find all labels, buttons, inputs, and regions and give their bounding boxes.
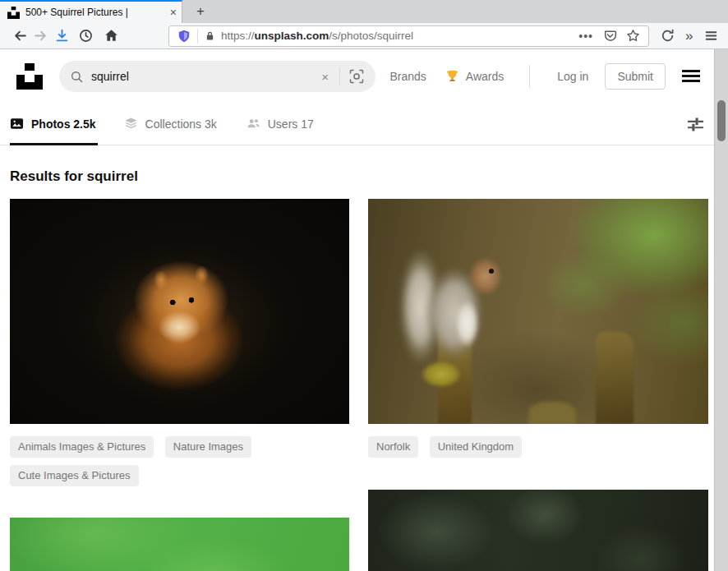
tag-pill[interactable]: United Kingdom <box>430 436 523 458</box>
awards-label: Awards <box>466 70 504 83</box>
nav-awards-link[interactable]: Awards <box>445 69 504 83</box>
home-icon[interactable] <box>104 29 118 44</box>
browser-tab-active[interactable]: 500+ Squirrel Pictures | × <box>0 0 182 23</box>
search-input[interactable] <box>91 70 321 83</box>
tag-pill[interactable]: Norfolk <box>368 436 418 458</box>
urlbar-divider <box>197 29 198 44</box>
wood-post-right-shape <box>596 332 634 424</box>
unsplash-header: × Brands Awards Log in Submit <box>0 49 714 103</box>
search-icon <box>71 71 83 83</box>
url-protocol: https:// <box>221 30 255 42</box>
photo-forest-snout-partial[interactable] <box>368 490 708 571</box>
squirrel-belly-shape <box>455 300 479 348</box>
tab-users-label: Users 17 <box>268 117 314 131</box>
scrollbar[interactable] <box>714 49 728 571</box>
photo-icon <box>10 117 24 131</box>
tag-pill[interactable]: Cute Images & Pictures <box>10 465 139 486</box>
tab-collections[interactable]: Collections 3k <box>124 117 217 131</box>
visual-search-icon[interactable] <box>349 69 364 84</box>
tab-photos-label: Photos 2.5k <box>31 117 96 131</box>
browser-menu-icon[interactable] <box>703 29 718 44</box>
search-divider <box>339 67 340 85</box>
results-heading: Results for squirrel <box>10 168 138 185</box>
moss-knob-shape <box>421 361 462 388</box>
url-path: /s/photos/squirrel <box>329 30 413 42</box>
pocket-icon[interactable] <box>603 29 617 43</box>
toolbar-overflow-icon[interactable]: » <box>685 29 693 44</box>
login-link[interactable]: Log in <box>557 70 588 83</box>
search-bar[interactable]: × <box>59 61 376 92</box>
tab-title: 500+ Squirrel Pictures | <box>25 7 168 18</box>
photo-grey-squirrel-post[interactable] <box>368 199 708 424</box>
photo-green-grass-partial[interactable] <box>10 518 349 571</box>
nav-brands-link[interactable]: Brands <box>389 70 426 83</box>
tracking-shield-icon[interactable] <box>177 30 191 43</box>
results-tab-bar: Photos 2.5k Collections 3k Users 17 <box>0 103 714 145</box>
forward-icon[interactable] <box>33 29 48 44</box>
submit-button[interactable]: Submit <box>605 63 666 90</box>
unsplash-page: × Brands Awards Log in Submit Photos 2.5… <box>0 49 714 571</box>
users-icon <box>247 117 260 131</box>
tag-pill[interactable]: Animals Images & Pictures <box>10 436 154 458</box>
url-domain: unsplash.com <box>255 30 329 42</box>
tab-close-icon[interactable]: × <box>170 7 177 18</box>
squirrel-head-shape <box>468 257 502 296</box>
unsplash-favicon-icon <box>7 7 20 19</box>
browser-tab-bar: 500+ Squirrel Pictures | × + <box>0 0 728 23</box>
page-actions-icon[interactable]: ••• <box>578 30 593 43</box>
tags-left-column: Animals Images & Pictures Nature Images … <box>10 436 355 494</box>
photo-red-squirrel-dark[interactable] <box>10 199 349 424</box>
refresh-icon[interactable] <box>660 29 675 44</box>
search-clear-icon[interactable]: × <box>321 71 329 83</box>
active-tab-underline <box>10 143 98 145</box>
download-icon[interactable] <box>54 29 69 44</box>
bookmark-star-icon[interactable] <box>626 29 640 43</box>
header-nav: Brands Awards Log in Submit <box>389 49 714 103</box>
tab-collections-label: Collections 3k <box>145 117 217 131</box>
tab-users[interactable]: Users 17 <box>247 117 314 131</box>
tab-photos[interactable]: Photos 2.5k <box>10 117 96 131</box>
unsplash-logo-icon[interactable] <box>16 63 43 90</box>
lock-icon <box>205 30 215 41</box>
browser-toolbar: https://unsplash.com/s/photos/squirrel •… <box>0 23 728 49</box>
header-divider <box>529 65 530 88</box>
tag-pill[interactable]: Nature Images <box>165 436 251 458</box>
url-text: https://unsplash.com/s/photos/squirrel <box>221 30 413 42</box>
back-icon[interactable] <box>12 29 27 44</box>
new-tab-button[interactable]: + <box>187 0 214 23</box>
stump-shape <box>528 402 576 424</box>
history-clock-icon[interactable] <box>78 29 93 44</box>
trophy-icon <box>445 69 459 83</box>
url-bar[interactable]: https://unsplash.com/s/photos/squirrel •… <box>168 25 649 47</box>
filter-sliders-icon[interactable] <box>687 116 704 133</box>
tags-right-column: Norfolk United Kingdom <box>368 436 708 465</box>
photo-grid: Animals Images & Pictures Nature Images … <box>0 199 714 571</box>
scrollbar-thumb[interactable] <box>717 100 726 141</box>
collections-stack-icon <box>124 117 138 131</box>
menu-hamburger-icon[interactable] <box>682 70 700 82</box>
